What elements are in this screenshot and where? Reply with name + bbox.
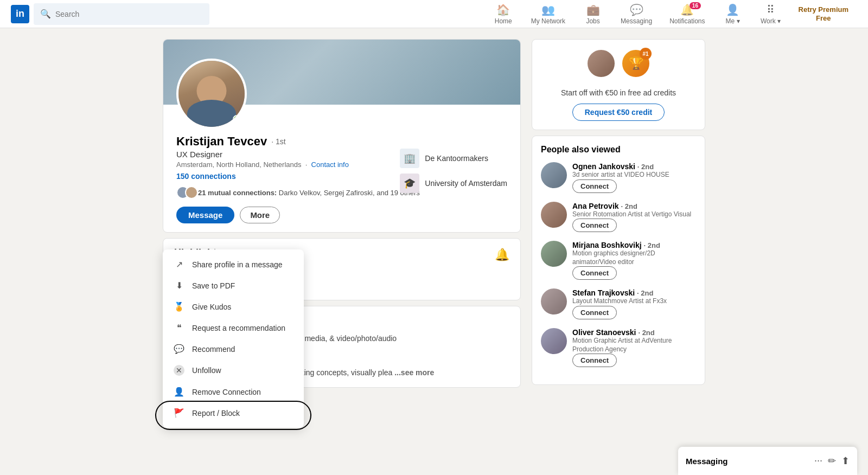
- recommendation-icon: ❝: [174, 323, 184, 333]
- person-name-2[interactable]: Ana Petrovik · 2nd: [572, 202, 696, 210]
- dropdown-recommend-label: Recommend: [192, 345, 235, 354]
- nav-label-network: My Network: [531, 17, 565, 25]
- dropdown-save-label: Save to PDF: [192, 281, 235, 290]
- nav-label-notifications: Notifications: [669, 17, 705, 25]
- person-title-1: 3d senior artist at VIDEO HOUSE: [572, 171, 696, 179]
- person-item-4: Stefan Trajkovski · 2nd Layout Matchmove…: [541, 288, 696, 319]
- dropdown-recommend[interactable]: 💬 Recommend: [163, 338, 304, 360]
- nav-item-me[interactable]: 👤 Me ▾: [714, 0, 752, 28]
- company-logo-kantoor: 🏢: [400, 149, 419, 168]
- connect-button-1[interactable]: Connect: [572, 179, 617, 193]
- message-button[interactable]: Message: [176, 207, 234, 223]
- dropdown-report-block[interactable]: 🚩 Report / Block: [163, 402, 304, 423]
- work-icon: ⠿: [767, 3, 775, 16]
- messaging-compose-icon[interactable]: ✏: [828, 455, 836, 467]
- share-profile-icon: ↗: [174, 259, 184, 269]
- ad-avatars: 🏆 #1: [586, 48, 651, 83]
- ad-trophy-icon: 🏆 #1: [621, 48, 651, 79]
- bell-button[interactable]: 🔔: [495, 248, 509, 262]
- person-avatar-4: [541, 288, 567, 314]
- search-icon: 🔍: [40, 9, 51, 19]
- network-icon: 👥: [541, 3, 555, 16]
- nav-label-jobs: Jobs: [586, 17, 599, 25]
- connect-button-2[interactable]: Connect: [572, 219, 617, 232]
- nav-item-home[interactable]: 🏠 Home: [484, 0, 522, 28]
- premium-line1: Retry Premium: [799, 5, 848, 14]
- connect-button-4[interactable]: Connect: [572, 306, 617, 319]
- messaging-dots-icon[interactable]: ···: [814, 455, 822, 467]
- person-avatar-3: [541, 241, 567, 267]
- linkedin-logo[interactable]: in: [11, 5, 29, 23]
- search-bar[interactable]: 🔍: [34, 3, 209, 25]
- mutual-text: 21 mutual connections: Darko Velkov, Ser…: [198, 189, 420, 197]
- person-name-3[interactable]: Mirjana Boshkovikj · 2nd: [572, 241, 696, 249]
- person-name-4[interactable]: Stefan Trajkovski · 2nd: [572, 288, 696, 297]
- profile-banner: [163, 40, 520, 105]
- contact-info-link[interactable]: Contact info: [311, 161, 349, 169]
- nav-item-work[interactable]: ⠿ Work ▾: [752, 0, 790, 28]
- see-more-link[interactable]: ...see more: [394, 368, 434, 377]
- online-indicator: [233, 115, 241, 124]
- person-title-2: Senior Rotomation Artist at Vertigo Visu…: [572, 210, 696, 219]
- unfollow-icon: ✕: [174, 365, 184, 376]
- dropdown-remove-connection[interactable]: 👤 Remove Connection: [163, 381, 304, 402]
- more-dropdown-menu: ↗ Share profile in a message ⬇ Save to P…: [163, 249, 304, 428]
- report-block-icon: 🚩: [174, 408, 184, 418]
- dropdown-unfollow[interactable]: ✕ Unfollow: [163, 360, 304, 381]
- ad-text: Start off with €50 in free ad credits: [561, 88, 676, 97]
- company-row-2[interactable]: 🎓 University of Amsterdam: [400, 174, 507, 193]
- nav-item-network[interactable]: 👥 My Network: [522, 0, 574, 28]
- person-info-1: Ognen Jankovski · 2nd 3d senior artist a…: [572, 162, 696, 193]
- person-info-3: Mirjana Boshkovikj · 2nd Motion graphics…: [572, 241, 696, 280]
- avatar-body: [187, 100, 236, 127]
- profile-avatar-wrapper: [176, 59, 247, 129]
- person-title-3: Motion graphics designer/2D animator/Vid…: [572, 249, 696, 266]
- dropdown-request-recommendation[interactable]: ❝ Request a recommendation: [163, 317, 304, 338]
- nav-links: 🏠 Home 👥 My Network 💼 Jobs 💬 Messaging 🔔…: [484, 0, 857, 28]
- messaging-bar-title: Messaging: [686, 457, 810, 466]
- person-name-5[interactable]: Oliver Stanoevski · 2nd: [572, 328, 696, 337]
- nav-label-work: Work ▾: [761, 17, 781, 25]
- company-row-1[interactable]: 🏢 De Kantoormakers: [400, 149, 507, 168]
- trophy-badge: #1: [640, 48, 652, 60]
- connect-button-3[interactable]: Connect: [572, 266, 617, 280]
- kudos-icon: 🏅: [174, 301, 184, 312]
- person-title-4: Layout Matchmove Artist at Fx3x: [572, 297, 696, 306]
- save-pdf-icon: ⬇: [174, 280, 184, 291]
- person-item-1: Ognen Jankovski · 2nd 3d senior artist a…: [541, 162, 696, 193]
- messaging-expand-icon[interactable]: ⬆: [841, 455, 850, 467]
- nav-label-home: Home: [495, 17, 512, 25]
- recommend-icon: 💬: [174, 344, 184, 354]
- dropdown-share-profile[interactable]: ↗ Share profile in a message: [163, 254, 304, 275]
- dropdown-report-label: Report / Block: [192, 409, 240, 418]
- profile-card: 🏢 De Kantoormakers 🎓 University of Amste…: [163, 39, 521, 233]
- navbar: in 🔍 🏠 Home 👥 My Network 💼 Jobs 💬 Messag…: [0, 0, 868, 28]
- dropdown-give-kudos[interactable]: 🏅 Give Kudos: [163, 296, 304, 317]
- ad-card: 🏆 #1 Start off with €50 in free ad credi…: [532, 39, 705, 130]
- connect-button-5[interactable]: Connect: [572, 354, 617, 367]
- company-name-2: University of Amsterdam: [425, 179, 507, 188]
- person-name-1[interactable]: Ognen Jankovski · 2nd: [572, 162, 696, 171]
- person-item-3: Mirjana Boshkovikj · 2nd Motion graphics…: [541, 241, 696, 280]
- nav-item-notifications[interactable]: 🔔 16 Notifications: [661, 0, 713, 28]
- dropdown-unfollow-label: Unfollow: [192, 366, 221, 375]
- more-button[interactable]: More: [240, 207, 280, 223]
- people-also-viewed-card: People also viewed Ognen Jankovski · 2nd…: [532, 136, 705, 385]
- home-icon: 🏠: [496, 3, 510, 16]
- nav-premium[interactable]: Retry Premium Free: [790, 5, 857, 22]
- person-avatar-2: [541, 202, 567, 228]
- request-credit-button[interactable]: Request €50 credit: [572, 104, 665, 121]
- search-input[interactable]: [55, 10, 203, 18]
- person-avatar-5: [541, 328, 567, 354]
- dropdown-save-pdf[interactable]: ⬇ Save to PDF: [163, 275, 304, 296]
- profile-degree: · 1st: [271, 137, 285, 146]
- notifications-badge: 16: [690, 2, 701, 9]
- mutual-avatar-2: [185, 186, 198, 199]
- jobs-icon: 💼: [586, 3, 600, 16]
- nav-item-messaging[interactable]: 💬 Messaging: [612, 0, 661, 28]
- people-also-viewed-title: People also viewed: [541, 145, 696, 155]
- nav-label-me: Me ▾: [726, 17, 740, 25]
- dropdown-share-label: Share profile in a message: [192, 260, 283, 269]
- person-avatar-1: [541, 162, 567, 188]
- nav-item-jobs[interactable]: 💼 Jobs: [574, 0, 612, 28]
